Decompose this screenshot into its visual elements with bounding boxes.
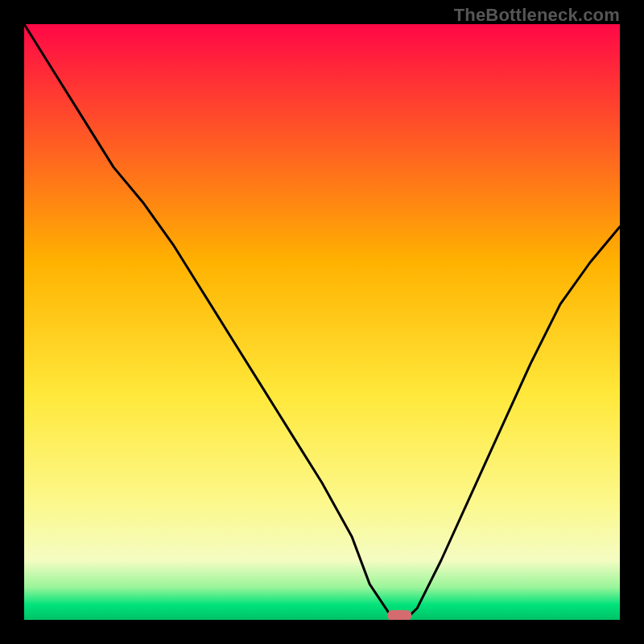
optimal-marker [387, 610, 411, 620]
watermark-text: TheBottleneck.com [454, 5, 620, 26]
chart-frame: TheBottleneck.com [0, 0, 644, 644]
bottleneck-chart [24, 24, 620, 620]
gradient-background [24, 24, 620, 620]
